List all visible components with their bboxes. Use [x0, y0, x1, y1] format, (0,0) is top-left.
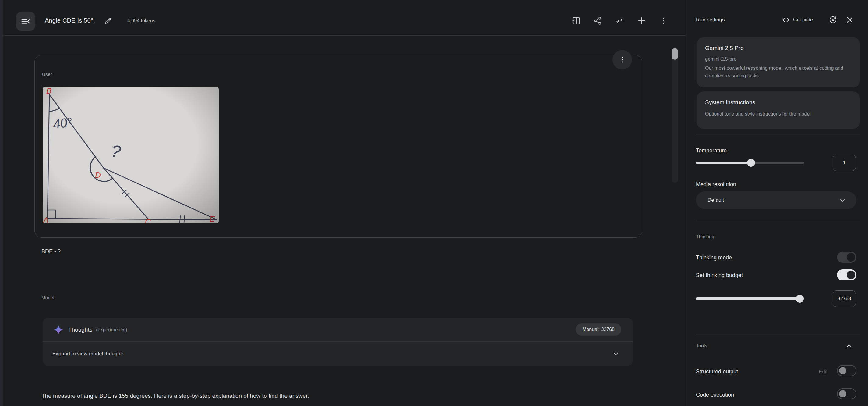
user-turn-label: User: [42, 71, 52, 77]
thinking-budget-chip: Manual: 32768: [576, 323, 621, 336]
chat-scrollbar-thumb[interactable]: [672, 48, 678, 60]
chat-scrollbar-track[interactable]: [672, 48, 678, 183]
thinking-section-label: Thinking: [696, 234, 714, 239]
kebab-menu-icon: [659, 16, 668, 25]
reset-settings-button[interactable]: [826, 12, 840, 27]
share-icon: [593, 16, 602, 25]
pencil-icon: [104, 17, 112, 25]
temperature-value-input[interactable]: [833, 154, 856, 171]
media-resolution-select[interactable]: Default: [696, 192, 857, 209]
thoughts-header[interactable]: Thoughts (experimental) Manual: 32768: [43, 318, 633, 341]
kebab-menu-icon: [618, 56, 626, 64]
collapsed-nav-strip: [0, 0, 3, 406]
set-thinking-budget-label: Set thinking budget: [696, 272, 743, 279]
thinking-budget-value-input[interactable]: [833, 290, 856, 307]
compare-mode-button[interactable]: [567, 12, 585, 30]
user-prompt-text: BDE - ?: [41, 249, 61, 255]
system-instructions-title: System instructions: [705, 99, 851, 106]
close-icon: [845, 16, 854, 24]
menu-open-icon: [21, 17, 30, 26]
expand-thoughts-label: Expand to view model thoughts: [52, 351, 124, 357]
ai-studio-app: Angle CDE Is 50°. 4,694 tokens: [0, 0, 868, 406]
toggle-knob: [847, 253, 855, 262]
geometry-figure: 40° ? B A D C E: [43, 87, 219, 224]
thinking-mode-label: Thinking mode: [696, 255, 732, 261]
photo-vignette: [43, 87, 219, 224]
expand-thoughts-button[interactable]: Expand to view model thoughts: [43, 342, 633, 366]
more-options-button[interactable]: [654, 12, 672, 30]
gemini-spark-icon: [54, 325, 63, 335]
share-button[interactable]: [589, 12, 607, 30]
run-settings-title: Run settings: [696, 17, 725, 23]
section-divider: [696, 334, 860, 335]
thoughts-panel: Thoughts (experimental) Manual: 32768 Ex…: [43, 318, 633, 366]
toggle-knob: [839, 390, 846, 398]
model-selector-card[interactable]: Gemini 2.5 Pro gemini-2.5-pro Our most p…: [696, 37, 860, 87]
reset-settings-icon: [828, 15, 838, 24]
media-resolution-value: Default: [708, 197, 724, 203]
thoughts-title: Thoughts: [68, 326, 92, 333]
system-instructions-card[interactable]: System instructions Optional tone and st…: [696, 91, 860, 129]
close-panel-button[interactable]: [842, 12, 857, 27]
get-code-button[interactable]: Get code: [781, 13, 813, 26]
chevron-down-icon: [612, 350, 620, 358]
thinking-budget-slider-fill: [696, 297, 800, 300]
get-code-label: Get code: [793, 17, 813, 23]
collapse-tools-button[interactable]: [842, 339, 856, 352]
structured-output-edit-button[interactable]: Edit: [819, 369, 828, 375]
edit-title-button[interactable]: [100, 13, 115, 28]
code-icon: [781, 16, 790, 24]
thinking-mode-toggle[interactable]: [837, 252, 857, 263]
section-divider: [696, 220, 860, 221]
system-instructions-subtitle: Optional tone and style instructions for…: [705, 111, 851, 117]
new-chat-button[interactable]: [633, 12, 651, 30]
toggle-knob: [839, 367, 846, 374]
toggle-sidebar-button[interactable]: [16, 11, 35, 31]
attached-geometry-image[interactable]: 40° ? B A D C E: [43, 87, 219, 224]
user-turn-options-button[interactable]: [613, 50, 632, 69]
media-resolution-label: Media resolution: [696, 181, 736, 188]
chevron-up-icon: [845, 342, 853, 350]
code-execution-label: Code execution: [696, 392, 734, 398]
page-title: Angle CDE Is 50°.: [45, 17, 95, 24]
tools-section-label: Tools: [696, 343, 707, 349]
temperature-slider-knob[interactable]: [747, 159, 755, 167]
model-name: Gemini 2.5 Pro: [705, 45, 851, 52]
model-description: Our most powerful reasoning model, which…: [705, 64, 851, 80]
token-count: 4,694 tokens: [127, 18, 155, 24]
plus-icon: [637, 16, 646, 25]
thoughts-experimental-tag: (experimental): [96, 327, 127, 332]
toggle-knob: [847, 271, 855, 279]
temperature-slider-fill: [696, 162, 751, 164]
compare-panels-icon: [571, 16, 581, 26]
panel-divider: [686, 0, 686, 406]
model-turn-label: Model: [41, 295, 54, 300]
model-answer-text: The measure of angle BDE is 155 degrees.…: [41, 393, 309, 399]
model-id: gemini-2.5-pro: [705, 56, 851, 62]
thinking-budget-slider[interactable]: [696, 297, 804, 300]
set-thinking-budget-toggle[interactable]: [837, 269, 857, 281]
thinking-budget-slider-knob[interactable]: [796, 295, 804, 303]
structured-output-toggle[interactable]: [837, 365, 857, 376]
code-execution-toggle[interactable]: [837, 388, 857, 399]
merge-arrows-icon: [615, 16, 625, 26]
topbar-border: [3, 35, 686, 36]
temperature-slider[interactable]: [696, 162, 804, 164]
section-divider: [696, 134, 860, 135]
structured-output-label: Structured output: [696, 369, 738, 375]
collapse-turns-button[interactable]: [611, 12, 629, 30]
temperature-label: Temperature: [696, 147, 727, 154]
chevron-down-icon: [839, 197, 846, 204]
